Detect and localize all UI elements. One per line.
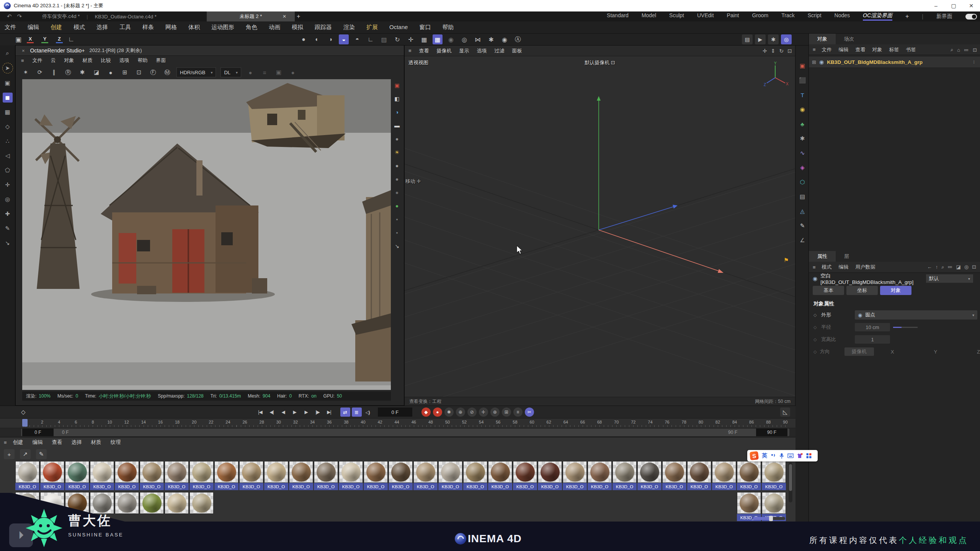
render-tag-icon[interactable]: ▣: [798, 61, 807, 70]
layout-tab-2[interactable]: Sculpt: [669, 12, 684, 21]
menu-item-16[interactable]: Octane: [389, 24, 408, 31]
material-menu-item-3[interactable]: 选择: [72, 439, 82, 446]
minimize-button[interactable]: –: [927, 0, 945, 11]
mirror-icon[interactable]: ⋈: [473, 34, 483, 44]
solo-mode-icon[interactable]: ◎: [3, 194, 13, 204]
prev-key-icon[interactable]: ◀|: [267, 408, 277, 417]
sogou-ime-bar[interactable]: S 英: [747, 450, 818, 461]
menu-item-18[interactable]: 帮助: [442, 24, 454, 31]
material-label[interactable]: KB3D_O: [588, 483, 612, 490]
material-tile[interactable]: [90, 492, 114, 514]
daylight-icon[interactable]: ◧: [392, 94, 402, 103]
hamburger-icon[interactable]: ≡: [408, 48, 412, 54]
lock-resolution-icon[interactable]: ◪: [92, 68, 101, 77]
attr-menu-item-1[interactable]: 编辑: [839, 264, 849, 271]
rendermode-dropdown[interactable]: DL▾: [220, 67, 241, 77]
menu-item-3[interactable]: 模式: [74, 24, 85, 31]
keyframe-diamond-icon[interactable]: ◇: [21, 409, 26, 416]
aspect-input[interactable]: 1: [855, 335, 890, 344]
keyframe-selection-icon[interactable]: ⊞: [502, 408, 511, 417]
layout-tab-6[interactable]: Track: [781, 12, 794, 21]
hamburger-icon[interactable]: ≡: [813, 47, 816, 52]
shape-dropdown[interactable]: ◉ 圆点 ▾: [855, 310, 977, 320]
goto-end-icon[interactable]: ▶|: [324, 408, 334, 417]
autokey-icon[interactable]: ●: [433, 408, 442, 417]
material-tile[interactable]: KB3D_O: [90, 461, 114, 490]
material-label[interactable]: KB3D_O: [239, 483, 263, 490]
grid-snap-icon[interactable]: ▦: [433, 34, 443, 44]
menu-item-2[interactable]: 创建: [51, 24, 62, 31]
sun-icon[interactable]: ☀: [392, 148, 402, 157]
menu-item-17[interactable]: 窗口: [419, 24, 431, 31]
attr-menu-item-0[interactable]: 模式: [822, 264, 832, 271]
material-tile[interactable]: KB3D_O: [264, 461, 288, 490]
viewport-canvas[interactable]: Y X Z 透视视图 默认摄像机 ⊡ 移动 ✛ ⚑: [405, 56, 795, 397]
current-frame-field[interactable]: 0 F: [378, 408, 412, 417]
back-icon[interactable]: ←: [927, 264, 932, 270]
subsample-add-icon[interactable]: ⊞: [120, 68, 129, 77]
material-label[interactable]: KB3D_O: [140, 483, 164, 490]
material-tile[interactable]: KB3D_O: [214, 461, 238, 490]
material-tile[interactable]: KB3D_O: [413, 461, 438, 490]
close-button[interactable]: ✕: [962, 0, 980, 11]
filter-icon[interactable]: ≔: [964, 47, 969, 53]
camera-icon[interactable]: ▤: [798, 192, 807, 201]
doc-tab-add-icon[interactable]: +: [297, 11, 300, 21]
frame-snap-icon[interactable]: ≣: [352, 408, 362, 417]
menu-item-10[interactable]: 角色: [246, 24, 257, 31]
om-menu-item-2[interactable]: 查看: [856, 46, 866, 53]
edges-mode-icon[interactable]: ◁: [3, 151, 13, 161]
menu-item-13[interactable]: 跟踪器: [315, 24, 332, 31]
material-label[interactable]: KB3D_O: [762, 483, 786, 490]
target-icon[interactable]: ◎: [964, 264, 969, 270]
list-dim-icon[interactable]: ≡: [260, 68, 269, 77]
material-tile[interactable]: KB3D_O: [389, 461, 413, 490]
material-label[interactable]: KB3D_O: [214, 483, 238, 490]
material-label[interactable]: KB3D_O: [115, 483, 139, 490]
shading-lines-icon[interactable]: ◒: [339, 34, 349, 44]
hamburger-icon[interactable]: ≡: [4, 440, 7, 445]
camera-dim-icon[interactable]: ▣: [274, 68, 283, 77]
pause-icon[interactable]: ∥: [49, 68, 59, 77]
record-param-icon[interactable]: ✛: [479, 408, 488, 417]
specular-ball-icon[interactable]: ●: [392, 188, 402, 197]
zoom-view-icon[interactable]: ⇕: [771, 48, 776, 54]
material-menu-item-0[interactable]: 创建: [13, 439, 23, 446]
range-start-box[interactable]: 0 F: [22, 429, 54, 436]
layout-tab-0[interactable]: Standard: [607, 12, 629, 21]
material-tile[interactable]: [140, 492, 164, 514]
viewport-menu-item-3[interactable]: 选项: [477, 47, 487, 54]
loop-playback-icon[interactable]: ⇄: [340, 408, 350, 417]
prev-frame-icon[interactable]: ◀: [278, 408, 288, 417]
pan-view-icon[interactable]: ✛: [763, 48, 767, 54]
material-label[interactable]: KB3D_O: [40, 483, 64, 490]
render-view-button[interactable]: ▤: [742, 34, 753, 44]
material-tile[interactable]: [189, 492, 214, 514]
manager-tab-0[interactable]: 对象: [809, 34, 836, 44]
render-picture-viewer-button[interactable]: ▶: [755, 34, 766, 44]
material-tile[interactable]: KB3D_O: [662, 461, 686, 490]
expander-icon[interactable]: ⊞: [812, 59, 816, 65]
diffuse-ball-icon[interactable]: ●: [392, 161, 402, 170]
region-render-icon[interactable]: Ⓡ: [64, 68, 73, 77]
material-tile[interactable]: KB3D_O: [538, 461, 562, 490]
material-label[interactable]: KB3D_O: [712, 483, 736, 490]
menu-item-6[interactable]: 样条: [142, 24, 154, 31]
object-tree-row[interactable]: ⊞ ◉ KB3D_OUT_BldgMDBlacksmith_A_grp ⁝: [809, 57, 980, 67]
timeline-options-icon[interactable]: ≡: [513, 408, 523, 417]
axis-mode-icon[interactable]: ∟: [366, 34, 376, 44]
material-tile[interactable]: KB3D_O: [513, 461, 537, 490]
layout-tab-add-icon[interactable]: +: [905, 13, 909, 20]
shading-wireframe-icon[interactable]: ◓: [352, 34, 362, 44]
subsample-icon[interactable]: ⊡: [134, 68, 144, 77]
material-label[interactable]: KB3D_O: [15, 483, 39, 490]
octane-close-icon[interactable]: ×: [22, 48, 25, 54]
material-label[interactable]: KB3D_O: [463, 483, 487, 490]
menu-item-9[interactable]: 运动图形: [211, 24, 234, 31]
target-icon[interactable]: ◎: [459, 34, 469, 44]
material-label[interactable]: KB3D_O: [165, 483, 189, 490]
emission-ball-icon[interactable]: ●: [392, 201, 402, 210]
material-tile[interactable]: KB3D_O: [488, 461, 512, 490]
annotation-icon[interactable]: Ⓐ: [513, 34, 523, 44]
live-selection-icon[interactable]: ➤: [2, 63, 13, 73]
